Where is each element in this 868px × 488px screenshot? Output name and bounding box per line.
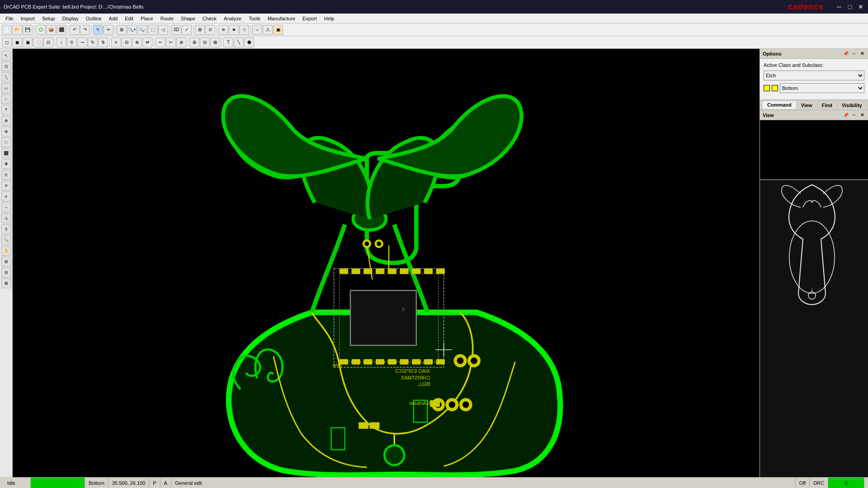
tb-open[interactable]: 📂 — [12, 25, 22, 35]
menu-place[interactable]: Place — [137, 15, 157, 22]
lt-pad[interactable]: □ — [1, 137, 11, 147]
lt-delete[interactable]: ✕ — [1, 181, 11, 191]
lt-misc1[interactable]: ⊞ — [1, 257, 11, 267]
menu-display[interactable]: Display — [59, 15, 82, 22]
lt-copy[interactable]: ⎘ — [1, 170, 11, 180]
tb-ratsnest[interactable]: ≋ — [218, 25, 228, 35]
tb2-sel3[interactable]: ▣ — [23, 38, 33, 47]
tb-pcb[interactable]: ⬡ — [36, 25, 46, 35]
tb2-swap[interactable]: ⇌ — [142, 38, 152, 47]
lt-misc3[interactable]: ⊠ — [1, 278, 11, 288]
tb-dehighlight[interactable]: ☆ — [239, 25, 249, 35]
tb2-assign[interactable]: ⊕ — [132, 38, 142, 47]
tb-measure[interactable]: ↔ — [252, 25, 262, 35]
tb-save[interactable]: 💾 — [23, 25, 33, 35]
tb2-text[interactable]: T — [223, 38, 233, 47]
menu-manufacture[interactable]: Manufacture — [264, 15, 299, 22]
view-minimize[interactable]: ─ — [851, 113, 857, 117]
tb2-sel4[interactable]: ⬜ — [33, 38, 43, 47]
tb-draw[interactable]: ✏ — [104, 25, 113, 35]
tb2-mirror[interactable]: ⊸ — [77, 38, 87, 47]
menu-route[interactable]: Route — [157, 15, 177, 22]
lt-drc[interactable]: ⚠ — [1, 213, 11, 223]
options-close[interactable]: ✕ — [859, 51, 865, 56]
lt-misc2[interactable]: ⊟ — [1, 267, 11, 277]
tb-pointer[interactable]: ↖ — [93, 25, 103, 35]
lt-zoom[interactable]: 🔍 — [1, 235, 11, 245]
menu-edit[interactable]: Edit — [121, 15, 137, 22]
lt-add-line[interactable]: ╲ — [1, 72, 11, 82]
lt-via[interactable]: ⊗ — [1, 116, 11, 126]
tab-visibility[interactable]: Visibility — [837, 101, 867, 109]
tab-view[interactable]: View — [797, 101, 817, 109]
menu-export[interactable]: Export — [299, 15, 321, 22]
tb-highlight[interactable]: ★ — [229, 25, 239, 35]
tb-zoom-prev[interactable]: ◁ — [158, 25, 168, 35]
tb-sym[interactable]: ⬛ — [57, 25, 66, 35]
menu-import[interactable]: Import — [17, 15, 38, 22]
menu-check[interactable]: Check — [199, 15, 220, 22]
tb-pkg[interactable]: 📦 — [46, 25, 56, 35]
tb2-move[interactable]: ↕ — [57, 38, 66, 47]
menu-tools[interactable]: Tools — [245, 15, 264, 22]
tb2-route2[interactable]: ⊢ — [166, 38, 176, 47]
lt-measure[interactable]: ↔ — [1, 202, 11, 212]
lt-pan[interactable]: ✋ — [1, 246, 11, 256]
tb-redo[interactable]: ↷ — [80, 25, 90, 35]
lt-add-rect[interactable]: ▭ — [1, 83, 11, 93]
tb-drc[interactable]: ⚠ — [263, 25, 273, 35]
lt-3d[interactable]: 3 — [1, 224, 11, 234]
tb-zoom-area[interactable]: ⬚ — [148, 25, 158, 35]
tb2-sel5[interactable]: ⊡ — [43, 38, 53, 47]
tb-zoom-out[interactable]: 🔍- — [137, 25, 147, 35]
lt-move[interactable]: ✥ — [1, 159, 11, 169]
maximize-button[interactable]: □ — [846, 3, 854, 10]
tb2-align[interactable]: ⊠ — [210, 38, 220, 47]
options-minimize[interactable]: ─ — [851, 51, 857, 56]
menu-outline[interactable]: Outline — [82, 15, 105, 22]
canvas-area[interactable]: X — [13, 49, 760, 477]
tb2-poly[interactable]: ⬟ — [244, 38, 254, 47]
tb2-flip[interactable]: ⇅ — [98, 38, 108, 47]
menu-analyze[interactable]: Analyze — [220, 15, 245, 22]
tb-zoom-in[interactable]: 🔍+ — [127, 25, 137, 35]
tb-zoom-fit[interactable]: ⊞ — [117, 25, 127, 35]
tb-check[interactable]: ✓ — [182, 25, 192, 35]
menu-setup[interactable]: Setup — [38, 15, 59, 22]
view-close[interactable]: ✕ — [859, 113, 865, 117]
lt-text[interactable]: T — [1, 105, 11, 115]
view-pin[interactable]: 📌 — [843, 113, 849, 117]
tab-command[interactable]: Command — [763, 101, 797, 109]
tb2-copy[interactable]: ⎘ — [67, 38, 77, 47]
tb2-place[interactable]: ⊞ — [189, 38, 199, 47]
tb-grid[interactable]: ⊞ — [195, 25, 205, 35]
tb-snap[interactable]: ⊙ — [205, 25, 215, 35]
menu-shape[interactable]: Shape — [177, 15, 199, 22]
tb2-sel[interactable]: ◻ — [2, 38, 12, 47]
minimize-button[interactable]: ─ — [835, 3, 843, 10]
tb2-sel2[interactable]: ◼ — [12, 38, 22, 47]
menu-file[interactable]: File — [2, 15, 17, 22]
tb2-line[interactable]: ╲ — [234, 38, 244, 47]
tb-3d[interactable]: 3D — [171, 25, 181, 35]
subclass-dropdown[interactable]: Bottom Top Inner1 — [780, 83, 864, 93]
lt-prop[interactable]: ≡ — [1, 192, 11, 202]
tb2-rotate[interactable]: ↻ — [88, 38, 98, 47]
tb2-via[interactable]: ⊗ — [176, 38, 186, 47]
close-button[interactable]: ✕ — [857, 3, 864, 10]
tb-undo[interactable]: ↶ — [70, 25, 80, 35]
options-pin[interactable]: 📌 — [843, 51, 849, 56]
tb2-add-route[interactable]: ╾ — [156, 38, 165, 47]
tb2-prop[interactable]: ≡ — [111, 38, 121, 47]
lt-comp[interactable]: ⬛ — [1, 148, 11, 158]
menu-add[interactable]: Add — [105, 15, 122, 22]
tb-cam[interactable]: ▣ — [273, 25, 283, 35]
lt-route[interactable]: ⊡ — [1, 61, 11, 71]
tb-new[interactable]: 📄 — [2, 25, 12, 35]
lt-pin[interactable]: ⊕ — [1, 127, 11, 136]
tb2-spread[interactable]: ⊟ — [200, 38, 210, 47]
lt-add-circle[interactable]: ○ — [1, 94, 11, 104]
tab-find[interactable]: Find — [817, 101, 837, 109]
lt-select[interactable]: ↖ — [1, 51, 11, 61]
class-dropdown[interactable]: Etch Via Outline — [764, 70, 864, 80]
